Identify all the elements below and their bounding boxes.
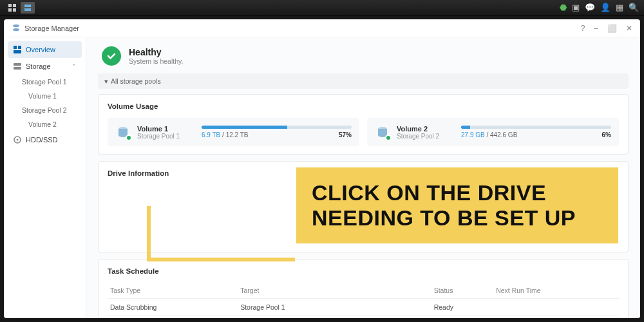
titlebar-controls: ? – ⬜ ✕: [581, 24, 632, 33]
svg-rect-2: [8, 8, 12, 12]
health-subtitle: System is healthy.: [129, 57, 183, 65]
cap-value: 12.2 TB: [226, 131, 249, 138]
sidebar-item-hdd[interactable]: HDD/SSD: [8, 131, 82, 148]
col-task-type[interactable]: Task Type: [108, 283, 238, 299]
sidebar-label: HDD/SSD: [26, 136, 58, 144]
cell-type: Data Scrubbing: [108, 299, 238, 316]
svg-rect-11: [14, 63, 21, 66]
cap-value: 442.6 GB: [490, 131, 517, 138]
card-title: Volume Usage: [108, 102, 619, 110]
svg-rect-9: [18, 46, 21, 49]
usage-bar: [461, 126, 611, 129]
volume-name: Volume 2: [397, 125, 455, 133]
window-titlebar: Storage Manager ? – ⬜ ✕: [4, 19, 640, 37]
search-icon[interactable]: 🔍: [629, 3, 639, 12]
close-icon[interactable]: ✕: [626, 24, 632, 33]
callout-connector: [147, 258, 295, 261]
hdd-icon: [13, 135, 22, 144]
svg-rect-3: [13, 8, 16, 12]
svg-rect-4: [24, 5, 31, 7]
task-table: Task Type Target Status Next Run Time Da…: [108, 283, 619, 318]
sidebar-item-overview[interactable]: Overview: [8, 41, 82, 58]
col-status[interactable]: Status: [431, 283, 493, 299]
cell-type: S.M.A.R.T. Test: [108, 316, 238, 319]
minimize-icon[interactable]: –: [594, 24, 598, 33]
window-title: Storage Manager: [24, 24, 79, 32]
topbar-left: [5, 2, 35, 14]
svg-rect-8: [14, 46, 17, 49]
filter-label: All storage pools: [111, 77, 161, 85]
overview-icon: [13, 45, 22, 54]
svg-rect-12: [14, 67, 21, 70]
table-row[interactable]: S.M.A.R.T. Test Drive 1, Drive 3, Drive …: [108, 316, 619, 319]
topbar-right: ⬣ ▣ 💬 👤 ▦ 🔍: [560, 3, 639, 12]
used-value: 27.9 GB: [461, 131, 485, 138]
health-title: Healthy: [129, 47, 183, 57]
cell-status: Ready: [431, 316, 493, 319]
svg-rect-1: [13, 4, 16, 7]
maximize-icon[interactable]: ⬜: [607, 24, 617, 33]
grid-icon[interactable]: [5, 2, 19, 14]
volume-icon: [375, 124, 390, 140]
pct-value: 6%: [602, 131, 611, 138]
svg-rect-0: [8, 4, 12, 7]
col-target[interactable]: Target: [238, 283, 431, 299]
sidebar-item-storage[interactable]: Storage ⌃: [8, 58, 82, 75]
volume-name: Volume 1: [137, 125, 195, 133]
health-check-icon: [102, 46, 121, 66]
usage-bar: [202, 126, 352, 129]
titlebar-left: Storage Manager: [12, 23, 79, 33]
panel-icon[interactable]: ▣: [572, 3, 580, 12]
cell-next: [493, 299, 619, 316]
volume-icon: [115, 124, 131, 140]
volume-card[interactable]: Volume 2 Storage Pool 2 27.9 GB / 442.6 …: [367, 118, 619, 146]
cell-status: Ready: [431, 299, 493, 316]
svg-point-14: [17, 139, 19, 141]
user-icon[interactable]: 👤: [600, 3, 611, 12]
sidebar-item-pool1[interactable]: Storage Pool 1: [8, 75, 82, 89]
health-text: Healthy System is healthy.: [129, 47, 183, 65]
package-icon[interactable]: ⬣: [560, 3, 567, 12]
sidebar: Overview Storage ⌃ Storage Pool 1 Volume…: [4, 37, 86, 318]
app-icon: [12, 23, 21, 33]
sidebar-item-volume2[interactable]: Volume 2: [8, 117, 82, 131]
dashboard-icon[interactable]: ▦: [616, 3, 623, 12]
svg-point-6: [13, 24, 19, 27]
volume-list: Volume 1 Storage Pool 1 6.9 TB / 12.2 TB…: [108, 118, 619, 146]
instruction-callout: CLICK ON THE DRIVE NEEDING TO BE SET UP: [296, 167, 618, 243]
status-dot-icon: [126, 135, 132, 141]
table-row[interactable]: Data Scrubbing Storage Pool 1 Ready: [108, 299, 619, 316]
svg-rect-10: [14, 50, 21, 53]
svg-point-7: [13, 28, 19, 31]
storage-pool-filter[interactable]: ▾ All storage pools: [98, 73, 629, 89]
sidebar-label: Storage: [26, 62, 51, 70]
chat-icon[interactable]: 💬: [585, 3, 595, 12]
sidebar-item-pool2[interactable]: Storage Pool 2: [8, 103, 82, 117]
cell-target: Storage Pool 1: [238, 299, 431, 316]
task-schedule-card: Task Schedule Task Type Target Status Ne…: [98, 259, 629, 318]
health-status: Healthy System is healthy.: [98, 46, 629, 66]
volume-usage-card: Volume Usage Volume 1 Storage Pool 1: [98, 94, 629, 155]
storage-app-icon[interactable]: [21, 2, 35, 14]
col-next-run[interactable]: Next Run Time: [493, 283, 619, 299]
svg-rect-5: [24, 8, 31, 11]
system-topbar: ⬣ ▣ 💬 👤 ▦ 🔍: [0, 0, 644, 15]
sidebar-label: Overview: [26, 46, 55, 53]
volume-pool: Storage Pool 2: [397, 133, 455, 140]
volume-pool: Storage Pool 1: [137, 133, 195, 140]
chevron-down-icon: ▾: [104, 77, 108, 85]
cell-target: Drive 1, Drive 3, Drive 4: [238, 316, 431, 319]
pct-value: 57%: [339, 131, 352, 138]
help-icon[interactable]: ?: [581, 24, 585, 33]
status-dot-icon: [385, 135, 392, 141]
used-value: 6.9 TB: [202, 131, 220, 138]
storage-icon: [13, 62, 22, 71]
chevron-up-icon: ⌃: [71, 63, 77, 70]
card-title: Task Schedule: [108, 267, 619, 275]
cell-next: 08/03/2022: [493, 316, 619, 319]
sidebar-item-volume1[interactable]: Volume 1: [8, 89, 82, 103]
volume-card[interactable]: Volume 1 Storage Pool 1 6.9 TB / 12.2 TB…: [108, 118, 359, 146]
callout-connector: [147, 206, 151, 261]
